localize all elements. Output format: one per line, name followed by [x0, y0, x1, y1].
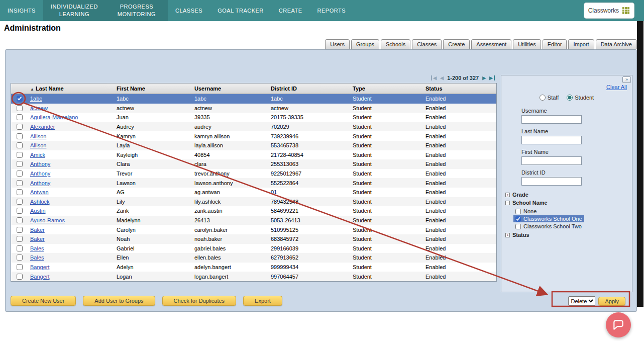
prev-page-icon[interactable]: ◀ [440, 75, 444, 80]
action-button[interactable]: Check for Duplicates [162, 296, 237, 306]
school-option-checkbox[interactable] [515, 209, 521, 214]
user-last-name-link[interactable]: Baker [30, 236, 45, 242]
row-checkbox[interactable] [17, 254, 23, 261]
user-type-radio-option[interactable]: Staff [540, 95, 559, 101]
action-button[interactable]: Add User to Groups [83, 296, 155, 306]
table-row[interactable]: Anthony Clara clara 255313063 Student En… [11, 159, 496, 169]
filter-field-input[interactable] [521, 177, 582, 186]
header-type[interactable]: Type [351, 86, 423, 92]
school-option-checkbox[interactable] [515, 224, 521, 229]
chat-launcher[interactable] [606, 312, 631, 337]
row-checkbox[interactable] [17, 152, 23, 158]
tab[interactable]: Create [443, 39, 470, 49]
user-last-name-link[interactable]: actnew [30, 105, 48, 111]
tab[interactable]: Utilities [513, 39, 541, 49]
row-checkbox[interactable] [17, 217, 23, 223]
user-last-name-link[interactable]: Bales [30, 245, 44, 251]
user-type-radio[interactable] [567, 95, 573, 101]
table-row[interactable]: actnew actnew actnew actnew Student Enab… [11, 104, 496, 113]
school-option[interactable]: None [513, 208, 539, 215]
user-last-name-link[interactable]: Ayuso-Ramos [30, 217, 65, 223]
expand-icon[interactable]: + [505, 193, 510, 197]
first-page-icon[interactable]: ◀ [431, 75, 437, 80]
collapse-icon[interactable]: − [505, 201, 510, 205]
table-row[interactable]: Bangert Logan logan.bangert 997064457 St… [11, 272, 496, 281]
table-row[interactable]: Ashlock Lily lily.ashlock 789432548 Stud… [11, 197, 496, 207]
row-checkbox[interactable] [17, 170, 23, 177]
action-button[interactable]: Create New User [11, 296, 76, 306]
filter-field-input[interactable] [521, 115, 582, 124]
nav-item[interactable]: INSIGHTS [0, 0, 43, 21]
user-type-radio-option[interactable]: Student [567, 95, 594, 101]
row-checkbox[interactable] [17, 133, 23, 139]
table-row[interactable]: Allison Layla layla.allison 553465738 St… [11, 141, 496, 150]
bulk-action-select[interactable]: Delete [568, 296, 595, 306]
section-school-name[interactable]: − School Name [505, 200, 632, 206]
nav-item[interactable]: REPORTS [310, 0, 353, 21]
user-last-name-link[interactable]: Bales [30, 254, 44, 261]
user-last-name-link[interactable]: Aguilera-Marcelano [30, 114, 78, 120]
row-checkbox[interactable] [17, 161, 23, 167]
row-checkbox[interactable] [17, 245, 23, 251]
tab[interactable]: Import [568, 39, 594, 49]
table-row[interactable]: Alexander Audrey audrey 702029 Student E… [11, 122, 496, 132]
filter-field-input[interactable] [521, 156, 582, 165]
table-row[interactable]: Allison Kamryn kamryn.allison 739239946 … [11, 131, 496, 141]
last-page-icon[interactable]: ▶ [489, 75, 495, 80]
table-row[interactable]: Aguilera-Marcelano Juan 39335 20175-3933… [11, 113, 496, 122]
row-checkbox[interactable] [17, 236, 23, 242]
header-username[interactable]: Username [192, 86, 269, 92]
table-row[interactable]: Amick Kayleigh 40854 21728-40854 Student… [11, 150, 496, 160]
nav-item[interactable]: GOAL TRACKER [210, 0, 271, 21]
row-checkbox[interactable] [17, 199, 23, 205]
user-last-name-link[interactable]: 1abc [30, 96, 42, 102]
user-last-name-link[interactable]: Alexander [30, 124, 55, 130]
next-page-icon[interactable]: ▶ [482, 75, 486, 80]
row-checkbox[interactable] [17, 142, 23, 148]
row-checkbox[interactable] [17, 124, 23, 130]
nav-item[interactable]: INDIVIDUALIZED LEARNING [43, 0, 105, 21]
table-row[interactable]: Ayuso-Ramos Madelynn 26413 5053-26413 St… [11, 216, 496, 225]
table-row[interactable]: Bangert Adelyn adelyn.bangert 999999434 … [11, 263, 496, 272]
row-checkbox[interactable] [17, 208, 23, 214]
row-checkbox[interactable] [17, 114, 23, 120]
table-row[interactable]: Anthony Trevor trevor.anthony 9225012967… [11, 169, 496, 179]
header-district-id[interactable]: District ID [269, 86, 351, 92]
collapse-panel-icon[interactable]: » [622, 76, 631, 83]
row-checkbox[interactable] [17, 274, 23, 280]
user-last-name-link[interactable]: Amick [30, 152, 45, 158]
user-last-name-link[interactable]: Anthony [30, 161, 50, 167]
filter-field-input[interactable] [521, 136, 582, 144]
action-button[interactable]: Export [243, 296, 282, 306]
user-last-name-link[interactable]: Bangert [30, 264, 50, 270]
nav-item[interactable]: PROGRESS MONITORING [105, 0, 168, 21]
school-option[interactable]: Classworks School Two [513, 223, 584, 230]
clear-all-link[interactable]: Clear All [506, 84, 627, 90]
tab[interactable]: Data Archive [596, 39, 637, 49]
table-row[interactable]: Baker Carolyn carolyn.baker 510995125 St… [11, 225, 496, 234]
table-row[interactable]: Baker Noah noah.baker 683845972 Student … [11, 234, 496, 244]
nav-item[interactable]: CLASSES [168, 0, 210, 21]
nav-item[interactable]: CREATE [271, 0, 310, 21]
table-row[interactable]: Anthony Lawson lawson.anthony 552522864 … [11, 178, 496, 188]
tab[interactable]: Schools [381, 39, 410, 49]
tab[interactable]: Groups [351, 39, 379, 49]
user-last-name-link[interactable]: Anthony [30, 180, 50, 186]
apply-button[interactable]: Apply [598, 297, 625, 306]
user-last-name-link[interactable]: Austin [30, 208, 46, 214]
scrollbar-strip[interactable] [637, 21, 643, 307]
user-last-name-link[interactable]: Ashlock [30, 199, 50, 205]
table-row[interactable]: Bales Ellen ellen.bales 627913652 Studen… [11, 253, 496, 263]
row-checkbox[interactable] [17, 105, 23, 111]
user-last-name-link[interactable]: Allison [30, 133, 46, 139]
tab[interactable]: Classes [412, 39, 442, 49]
table-row[interactable]: 1abc 1abc 1abc 1abc Student Enabled [11, 94, 496, 104]
row-checkbox[interactable] [17, 264, 23, 270]
table-row[interactable]: Bales Gabriel gabriel.bales 299166039 St… [11, 244, 496, 253]
header-first-name[interactable]: First Name [115, 86, 192, 92]
school-option-checkbox[interactable] [515, 216, 521, 222]
user-type-radio[interactable] [540, 95, 546, 101]
header-last-name[interactable]: ▲Last Name [28, 86, 115, 92]
table-row[interactable]: Antwan AG ag.antwan 01 Student Enabled [11, 188, 496, 197]
table-row[interactable]: Austin Zarik zarik.austin 584699221 Stud… [11, 206, 496, 216]
